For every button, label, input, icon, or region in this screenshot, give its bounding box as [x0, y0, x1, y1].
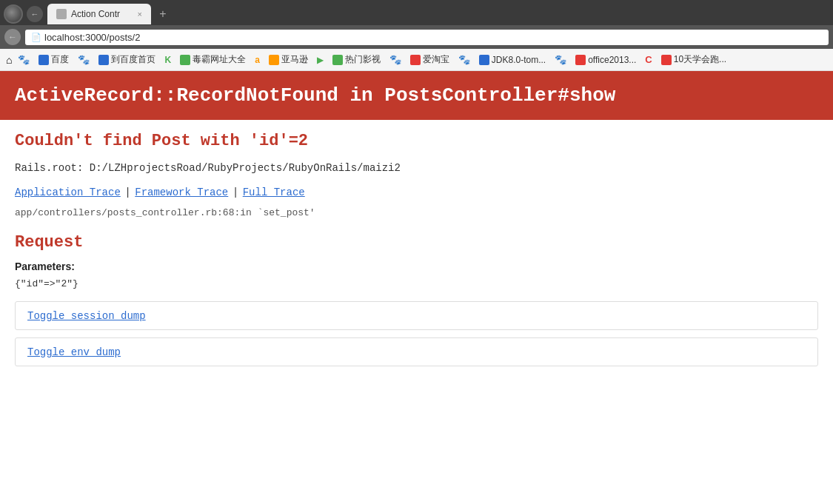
bookmark-jdk-label: JDK8.0-tom... [492, 55, 546, 65]
bookmark-tenday[interactable]: 10天学会跑... [658, 52, 729, 67]
tab-title: Action Contr [71, 9, 120, 19]
toggle-session-inner: Toggle session dump [16, 302, 817, 329]
home-icon[interactable]: ⌂ [6, 54, 12, 66]
paw-icon-2: 🐾 [78, 54, 90, 65]
error-header-title: ActiveRecord::RecordNotFound in PostsCon… [15, 84, 818, 107]
toggle-session-link[interactable]: Toggle session dump [27, 310, 146, 322]
bookmark-hotmovie-label: 热门影视 [345, 53, 381, 66]
lock-icon: 📄 [31, 33, 41, 42]
address-back-button[interactable]: ← [4, 29, 21, 45]
bookmark-tenday-icon [661, 55, 672, 65]
full-trace-link[interactable]: Full Trace [243, 187, 305, 198]
toggle-env-box: Toggle env dump [15, 337, 818, 366]
bookmark-tenday-label: 10天学会跑... [674, 53, 726, 66]
error-header: ActiveRecord::RecordNotFound in PostsCon… [0, 71, 833, 120]
bookmark-amazon[interactable]: 亚马逊 [266, 52, 311, 67]
bookmark-office-icon [575, 55, 586, 65]
bookmark-amazon-label: 亚马逊 [281, 53, 308, 66]
bookmark-aitaobao[interactable]: 爱淘宝 [407, 52, 452, 67]
bookmark-amazon-icon [269, 55, 279, 65]
trace-links: Application Trace | Framework Trace | Fu… [15, 186, 818, 198]
active-tab[interactable]: Action Contr × [47, 4, 151, 24]
bookmark-aitaobao-icon [410, 55, 421, 65]
request-section-title: Request [15, 233, 818, 252]
address-bar: ← 📄 localhost:3000/posts/2 [0, 25, 833, 49]
tab-bar: ← Action Contr × + [0, 0, 833, 25]
toggle-env-link[interactable]: Toggle env dump [27, 346, 121, 358]
paw-icon: 🐾 [18, 54, 30, 65]
params-label: Parameters: [15, 261, 818, 272]
bookmark-baidu2-label: 到百度首页 [111, 53, 155, 66]
error-title: Couldn't find Post with 'id'=2 [15, 132, 818, 150]
paw-icon-3: 🐾 [389, 54, 401, 65]
browser-chrome: ← Action Contr × + ← 📄 localhost:3000/po… [0, 0, 833, 71]
k-icon: K [164, 55, 171, 65]
bookmark-maiba-icon [180, 55, 190, 65]
tab-favicon [56, 9, 67, 19]
browser-icon [4, 4, 23, 24]
bookmark-jdk-icon [479, 55, 489, 65]
bookmark-jdk[interactable]: JDK8.0-tom... [476, 53, 549, 67]
bookmarks-bar: ⌂ 🐾 百度 🐾 到百度首页 K 毒霸网址大全 a 亚马逊 ▶ 热门影视 🐾 爱 [0, 49, 833, 71]
bookmark-baidu2[interactable]: 到百度首页 [96, 52, 158, 67]
bookmark-baidu-label: 百度 [51, 53, 69, 66]
a-icon: a [255, 55, 260, 65]
bookmark-maiba[interactable]: 毒霸网址大全 [177, 52, 249, 67]
page-content: ActiveRecord::RecordNotFound in PostsCon… [0, 71, 833, 386]
trace-separator-1: | [127, 186, 130, 198]
bookmark-hotmovie[interactable]: 热门影视 [329, 52, 384, 67]
browser-logo [3, 4, 24, 24]
bookmark-aitaobao-label: 爱淘宝 [423, 53, 449, 66]
toggle-env-inner: Toggle env dump [16, 338, 817, 366]
trace-file: app/controllers/posts_controller.rb:68:i… [15, 207, 818, 218]
bookmark-baidu[interactable]: 百度 [36, 52, 72, 67]
application-trace-link[interactable]: Application Trace [15, 187, 121, 198]
bookmark-office[interactable]: office2013... [572, 53, 639, 67]
trace-separator-2: | [234, 186, 237, 198]
tab-close-button[interactable]: × [138, 10, 142, 19]
toggle-session-box: Toggle session dump [15, 301, 818, 330]
framework-trace-link[interactable]: Framework Trace [135, 187, 228, 198]
paw-icon-4: 🐾 [458, 54, 470, 65]
bookmark-baidu2-icon [98, 55, 109, 65]
params-value: {"id"=>"2"} [15, 278, 818, 289]
url-text: localhost:3000/posts/2 [44, 32, 140, 43]
back-button[interactable]: ← [27, 6, 43, 22]
rails-root: Rails.root: D:/LZHprojectsRoad/RubyProje… [15, 162, 818, 174]
new-tab-button[interactable]: + [154, 5, 172, 23]
back-forward-buttons: ← [27, 6, 43, 22]
bookmark-hotmovie-icon [332, 55, 343, 65]
play-icon: ▶ [317, 55, 324, 65]
url-input[interactable]: 📄 localhost:3000/posts/2 [25, 30, 829, 45]
bookmark-office-label: office2013... [588, 55, 636, 65]
paw-icon-5: 🐾 [555, 54, 566, 65]
bookmark-maiba-label: 毒霸网址大全 [193, 53, 246, 66]
c-icon: C [645, 54, 652, 65]
bookmark-baidu-icon [39, 55, 49, 65]
main-content: Couldn't find Post with 'id'=2 Rails.roo… [0, 120, 833, 386]
